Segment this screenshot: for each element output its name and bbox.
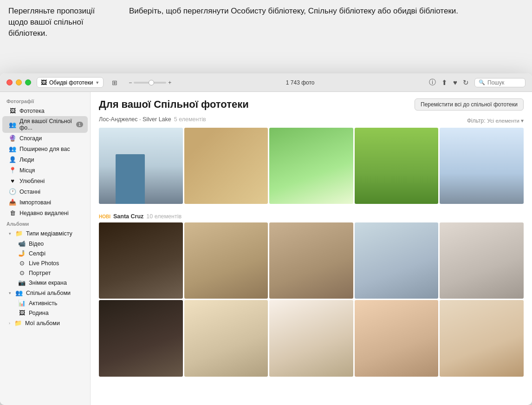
sidebar-section-albums-label: Альбоми xyxy=(0,218,90,228)
zoom-out-icon[interactable]: − xyxy=(129,79,132,86)
sidebar-item-recents[interactable]: 🕐 Останні xyxy=(2,186,88,197)
chevron-right-icon: › xyxy=(9,321,10,326)
activity-icon: 📊 xyxy=(18,300,26,307)
sidebar-item-imported[interactable]: 📥 Імпортовані xyxy=(2,197,88,208)
sidebar-item-media-types[interactable]: ▾ 📁 Типи медіавмісту xyxy=(2,228,88,239)
favorites-icon: ♥ xyxy=(9,177,16,184)
shared-for-you-icon: 👥 xyxy=(9,145,16,152)
sidebar-item-shared-for-you[interactable]: 👥 Поширено для вас xyxy=(2,144,88,154)
search-icon: 🔍 xyxy=(479,79,485,85)
content-header: Для вашої Спільної фототеки Перемістити … xyxy=(91,92,532,113)
photo-cell[interactable] xyxy=(440,128,524,204)
library-picker[interactable]: 🖼 Обидві фототеки ▼ xyxy=(37,77,104,88)
media-types-icon: 📁 xyxy=(15,230,23,237)
sidebar-item-people-label: Люди xyxy=(19,157,34,163)
photo-cell[interactable] xyxy=(269,222,353,299)
rotate-icon[interactable]: ↻ xyxy=(463,78,469,87)
screenshots-icon: 📷 xyxy=(18,279,26,286)
filter-dropdown[interactable]: Усі елементи ▾ xyxy=(487,118,524,124)
photo-cell[interactable] xyxy=(99,128,183,204)
sidebar-item-my-albums-label: Мої альбоми xyxy=(25,320,60,327)
sidebar-item-media-types-label: Типи медіавмісту xyxy=(26,230,72,237)
library-picker-label: Обидві фототеки xyxy=(49,79,93,86)
photo-cell[interactable] xyxy=(99,222,183,299)
close-button[interactable] xyxy=(6,79,13,85)
sidebar-item-activity[interactable]: 📊 Активність xyxy=(14,298,88,308)
sidebar-item-screenshots[interactable]: 📷 Знімки екрана xyxy=(14,278,88,287)
sidebar-item-recently-deleted[interactable]: 🗑 Недавно видалені xyxy=(2,208,88,218)
section-2-label: НОВІ Santa Cruz 10 елементів xyxy=(99,213,524,220)
sidebar-item-portrait[interactable]: ⊙ Портрет xyxy=(14,268,88,278)
photo-cell[interactable] xyxy=(355,128,439,204)
share-icon[interactable]: ⬆ xyxy=(441,78,448,87)
photo-cell[interactable] xyxy=(184,300,268,376)
sidebar-item-memories[interactable]: 🔮 Спогади xyxy=(2,133,88,144)
new-badge: НОВІ xyxy=(99,214,110,219)
photo-scene xyxy=(184,222,268,299)
sidebar-section-photos-label: Фотографії xyxy=(0,96,90,105)
shared-library-badge: 1 xyxy=(76,122,83,127)
shared-albums-icon: 👥 xyxy=(15,289,23,296)
photo-cell[interactable] xyxy=(355,222,439,299)
section-1-label: Лос-Анджелес · Silver Lake 5 елементів xyxy=(99,116,206,123)
maximize-button[interactable] xyxy=(25,79,31,85)
toolbar-actions: ⓘ ⬆ ♥ ↻ 🔍 xyxy=(429,78,526,87)
photo-cell[interactable] xyxy=(184,128,268,204)
sidebar-item-library[interactable]: 🖼 Фототека xyxy=(2,105,88,116)
filter-label: Фільтр: xyxy=(467,118,486,124)
sidebar-item-shared-library-label: Для вашої Спільної фо... xyxy=(19,118,81,131)
zoom-slider-thumb[interactable] xyxy=(149,80,154,85)
video-icon: 📹 xyxy=(18,240,26,247)
photo-cell[interactable] xyxy=(269,300,353,376)
photo-cell[interactable] xyxy=(440,300,524,376)
chevron-down-icon: ▼ xyxy=(95,80,99,85)
zoom-slider-track[interactable] xyxy=(134,82,166,84)
photo-cell[interactable] xyxy=(99,300,183,376)
sidebar-item-imported-label: Імпортовані xyxy=(19,199,51,206)
selfie-icon: 🤳 xyxy=(18,250,26,257)
traffic-lights xyxy=(6,79,31,85)
photo-cell[interactable] xyxy=(269,128,353,204)
sidebar-item-places[interactable]: 📍 Місця xyxy=(2,165,88,176)
view-toggle-icon[interactable]: ⊞ xyxy=(112,79,117,86)
photo-scene xyxy=(184,128,268,204)
sidebar-item-shared-albums-label: Спільні альбоми xyxy=(26,290,71,296)
info-icon[interactable]: ⓘ xyxy=(429,78,436,87)
sidebar-item-selfie-label: Селфі xyxy=(29,250,45,257)
search-input[interactable] xyxy=(487,79,525,86)
photo-cell[interactable] xyxy=(440,222,524,299)
heart-icon[interactable]: ♥ xyxy=(453,78,457,86)
sidebar-item-recently-deleted-label: Недавно видалені xyxy=(19,210,69,216)
library-icon: 🖼 xyxy=(9,107,16,114)
shared-library-icon: 👥 xyxy=(9,121,16,128)
sidebar-item-live-photos[interactable]: ⊙ Live Photos xyxy=(14,258,88,268)
title-bar: 🖼 Обидві фототеки ▼ ⊞ − + 1 743 фото ⓘ ⬆… xyxy=(0,73,532,92)
library-picker-icon: 🖼 xyxy=(41,79,47,86)
photo-scene xyxy=(269,300,353,376)
filter-row: Фільтр: Усі елементи ▾ xyxy=(467,118,524,124)
photo-cell[interactable] xyxy=(355,300,439,376)
sidebar-item-video-label: Відео xyxy=(29,241,44,247)
chevron-down-icon: ▾ xyxy=(9,291,11,295)
zoom-in-icon[interactable]: + xyxy=(168,79,171,86)
sidebar-item-family[interactable]: 🖼 Родина xyxy=(14,308,88,318)
photo-scene xyxy=(184,300,268,376)
section-1-count: 5 елементів xyxy=(174,116,206,123)
sidebar-item-my-albums[interactable]: › 📁 Мої альбоми xyxy=(2,318,88,328)
photo-scene xyxy=(99,128,183,204)
sidebar-item-shared-albums[interactable]: ▾ 👥 Спільні альбоми xyxy=(2,287,88,298)
move-all-button[interactable]: Перемістити всі до спільної фототеки xyxy=(415,98,524,111)
sidebar-item-people[interactable]: 👤 Люди xyxy=(2,154,88,165)
sidebar-item-video[interactable]: 📹 Відео xyxy=(14,239,88,248)
sidebar-item-shared-library[interactable]: 👥 Для вашої Спільної фо... 1 xyxy=(2,116,88,133)
chevron-down-icon: ▾ xyxy=(521,118,524,124)
photo-section-1: Лос-Анджелес · Silver Lake 5 елементів Ф… xyxy=(91,113,532,204)
sidebar-item-favorites[interactable]: ♥ Улюблені xyxy=(2,176,88,186)
photo-cell[interactable] xyxy=(184,222,268,299)
main-layout: Фотографії 🖼 Фототека 👥 Для вашої Спільн… xyxy=(0,92,532,405)
sidebar-item-selfie[interactable]: 🤳 Селфі xyxy=(14,248,88,258)
sidebar-item-recents-label: Останні xyxy=(19,189,40,195)
minimize-button[interactable] xyxy=(16,79,22,85)
photo-scene xyxy=(269,222,353,299)
sidebar-item-memories-label: Спогади xyxy=(19,135,42,142)
